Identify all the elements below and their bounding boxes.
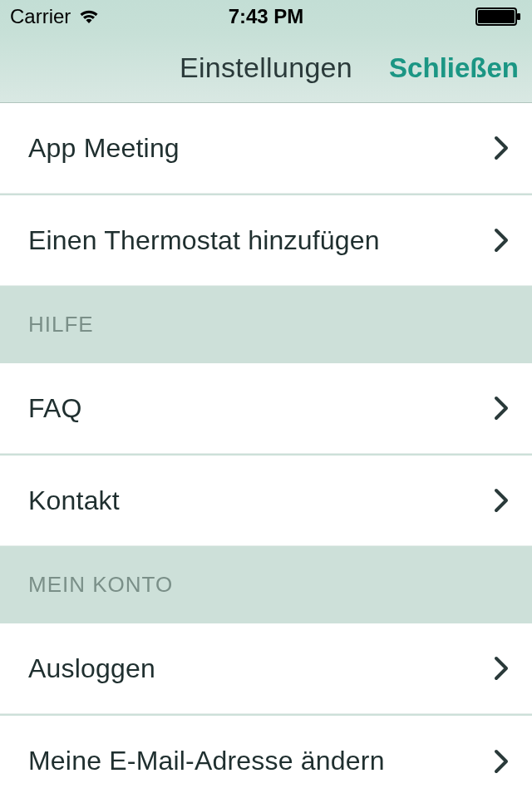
status-right [475,7,522,26]
battery-icon [475,7,522,26]
svg-rect-2 [517,13,520,20]
list-item-label: Ausloggen [28,653,155,684]
wifi-icon [77,8,101,25]
list-item-contact[interactable]: Kontakt [0,456,532,546]
close-button[interactable]: Schließen [389,52,519,84]
svg-rect-1 [478,10,515,23]
list-item-label: Meine E-Mail-Adresse ändern [28,746,385,776]
list-item-app-meeting[interactable]: App Meeting [0,103,532,194]
status-time: 7:43 PM [229,5,304,28]
chevron-right-icon [494,656,509,681]
list-item-label: Einen Thermostat hinzufügen [28,225,380,256]
list-item-faq[interactable]: FAQ [0,363,532,454]
chevron-right-icon [494,135,509,160]
page-title: Einstellungen [180,52,352,84]
section-header-help: HILFE [0,286,532,363]
status-left: Carrier [10,5,101,28]
list-item-label: Kontakt [28,485,120,516]
nav-bar: Einstellungen Schließen [0,33,532,103]
list-item-label: App Meeting [28,133,180,164]
list-item-add-thermostat[interactable]: Einen Thermostat hinzufügen [0,195,532,286]
list-item-change-email[interactable]: Meine E-Mail-Adresse ändern [0,716,532,798]
chevron-right-icon [494,228,509,253]
list-item-logout[interactable]: Ausloggen [0,623,532,714]
carrier-label: Carrier [10,5,71,28]
chevron-right-icon [494,488,509,513]
chevron-right-icon [494,749,509,774]
section-header-account: MEIN KONTO [0,546,532,623]
status-bar: Carrier 7:43 PM [0,0,532,33]
chevron-right-icon [494,396,509,421]
settings-list: App Meeting Einen Thermostat hinzufügen … [0,103,532,798]
list-item-label: FAQ [28,393,82,424]
